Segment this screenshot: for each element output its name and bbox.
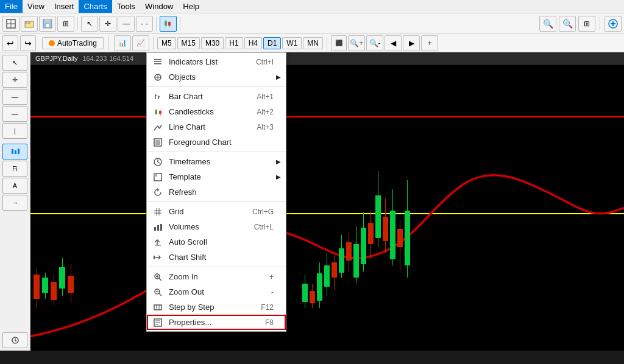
autotrading-indicator [49, 40, 55, 46]
print-btn[interactable]: ⊞ [57, 16, 74, 32]
prop-tool[interactable] [2, 332, 27, 348]
menu-step-by-step[interactable]: Step by Step F12 [147, 299, 286, 315]
menu-volumes-label: Volumes [169, 222, 199, 231]
crosshair-tool[interactable]: ✛ [2, 72, 27, 88]
add-chart-btn[interactable]: + [421, 35, 438, 51]
autotrading-label: AutoTrading [57, 39, 97, 47]
save-btn[interactable] [39, 16, 56, 32]
menu-zoom-in[interactable]: Zoom In + [147, 269, 286, 284]
grid-btn[interactable]: ⊞ [578, 16, 595, 32]
menu-objects-label: Objects [169, 72, 196, 82]
left-candle-1 [34, 268, 40, 308]
hline-tool[interactable]: — [2, 106, 27, 122]
indicator-btn[interactable]: ⬛ [331, 35, 347, 51]
menu-bar-chart-shortcut: Alt+1 [244, 93, 274, 101]
zoom-out-btn[interactable]: 🔍 [559, 16, 576, 32]
candle-9 [361, 212, 366, 271]
charts-dropdown-menu: Indicators List Ctrl+I Objects [146, 52, 286, 332]
candle-15 [405, 180, 410, 278]
menubar-help[interactable]: Help [178, 0, 204, 13]
crosshair-btn[interactable]: ✛ [99, 16, 116, 32]
menu-foreground-chart[interactable]: Foreground Chart [147, 135, 286, 150]
menu-refresh[interactable]: Refresh [147, 184, 286, 200]
tf-h4[interactable]: H4 [244, 37, 262, 49]
autoscroll-icon [152, 236, 164, 248]
open-btn[interactable] [21, 16, 38, 32]
vline-tool[interactable]: | [2, 123, 27, 139]
tf-d1[interactable]: D1 [263, 37, 281, 49]
menu-timeframes-label: Timeframes [169, 157, 210, 166]
tf-w1[interactable]: W1 [282, 37, 302, 49]
svg-rect-18 [18, 149, 20, 154]
zoom-in-btn[interactable]: 🔍 [539, 16, 556, 32]
sep2 [156, 17, 157, 30]
autotrading-button[interactable]: AutoTrading [42, 37, 104, 49]
menu-candlesticks-shortcut: Alt+2 [244, 108, 274, 116]
candlestick-view-btn[interactable] [160, 16, 177, 32]
arrow-tool[interactable]: → [2, 195, 27, 211]
cursor-btn[interactable]: ↖ [81, 16, 98, 32]
menu-indicators-list[interactable]: Indicators List Ctrl+I [147, 54, 286, 69]
left-candle-2 [42, 273, 48, 299]
left-candle-5 [68, 264, 74, 302]
menubar-charts[interactable]: Charts [79, 0, 112, 13]
menu-zoom-out[interactable]: Zoom Out - [147, 284, 286, 299]
refresh-icon [152, 186, 164, 198]
main-toolbar: ⊞ ↖ ✛ — - - 🔍 🔍 ⊞ [0, 13, 624, 34]
menubar-window[interactable]: Window [140, 0, 178, 13]
menu-chart-shift[interactable]: Chart Shift [147, 250, 286, 265]
candle-13 [390, 189, 395, 265]
tf-m15[interactable]: M15 [177, 37, 200, 49]
sep3 [147, 201, 286, 202]
zoomin-tf-btn[interactable]: 🔍+ [348, 35, 365, 51]
svg-rect-17 [15, 150, 16, 154]
template-icon [152, 171, 164, 183]
menu-line-chart-label: Line Chart [169, 122, 205, 131]
new-chart-btn[interactable] [2, 16, 20, 32]
menu-template[interactable]: Template [147, 169, 286, 184]
menubar-insert[interactable]: Insert [49, 0, 79, 13]
menu-properties[interactable]: Properties... F8 [147, 315, 286, 330]
line-btn[interactable]: — [118, 16, 135, 32]
svg-rect-20 [154, 59, 161, 60]
chart-icon-btn[interactable]: 📊 [114, 35, 131, 51]
nav-btn1[interactable]: ↩ [2, 35, 18, 51]
menu-indicators-list-label: Indicators List [169, 57, 218, 66]
menu-volumes[interactable]: Volumes Ctrl+L [147, 219, 286, 234]
menubar-file[interactable]: File [0, 0, 23, 13]
text-tool[interactable]: A [2, 178, 27, 194]
dash-btn[interactable]: - - [136, 16, 153, 32]
tf-h1[interactable]: H1 [225, 37, 243, 49]
candle-8 [353, 226, 359, 284]
menu-line-chart[interactable]: Line Chart Alt+3 [147, 119, 286, 135]
tf-sep2 [153, 37, 154, 50]
menu-line-chart-shortcut: Alt+3 [244, 123, 274, 131]
tf-mn[interactable]: MN [303, 37, 323, 49]
tf-m30[interactable]: M30 [201, 37, 224, 49]
arr-left-btn[interactable]: ◀ [385, 35, 402, 51]
zoomout-tf-btn[interactable]: 🔍- [366, 35, 383, 51]
menu-auto-scroll[interactable]: Auto Scroll [147, 234, 286, 250]
menu-bar-chart[interactable]: Bar Chart Alt+1 [147, 89, 286, 104]
menu-indicators-list-shortcut: Ctrl+I [244, 58, 274, 66]
menu-grid[interactable]: Grid Ctrl+G [147, 204, 286, 219]
menubar-tools[interactable]: Tools [112, 0, 140, 13]
linechart-icon [152, 121, 164, 133]
menu-timeframes[interactable]: Timeframes [147, 154, 286, 169]
cursor-tool[interactable]: ↖ [2, 55, 27, 71]
nav-btn2[interactable]: ↪ [20, 35, 36, 51]
left-candle-3 [51, 275, 57, 305]
menu-objects[interactable]: Objects [147, 69, 286, 85]
menu-zoom-in-label: Zoom In [169, 272, 198, 281]
zoomout-icon [152, 286, 164, 298]
fib-tool[interactable]: Fi [2, 161, 27, 177]
bar-chart-tool[interactable] [2, 144, 27, 159]
menubar-view[interactable]: View [23, 0, 49, 13]
arr-right-btn[interactable]: ▶ [403, 35, 420, 51]
line-tool[interactable]: — [2, 89, 27, 105]
add-btn[interactable] [604, 16, 622, 32]
chart-icon-btn2[interactable]: 📈 [132, 35, 149, 51]
menu-volumes-shortcut: Ctrl+L [242, 223, 274, 231]
tf-m5[interactable]: M5 [157, 37, 176, 49]
menu-candlesticks[interactable]: Candlesticks Alt+2 [147, 104, 286, 119]
